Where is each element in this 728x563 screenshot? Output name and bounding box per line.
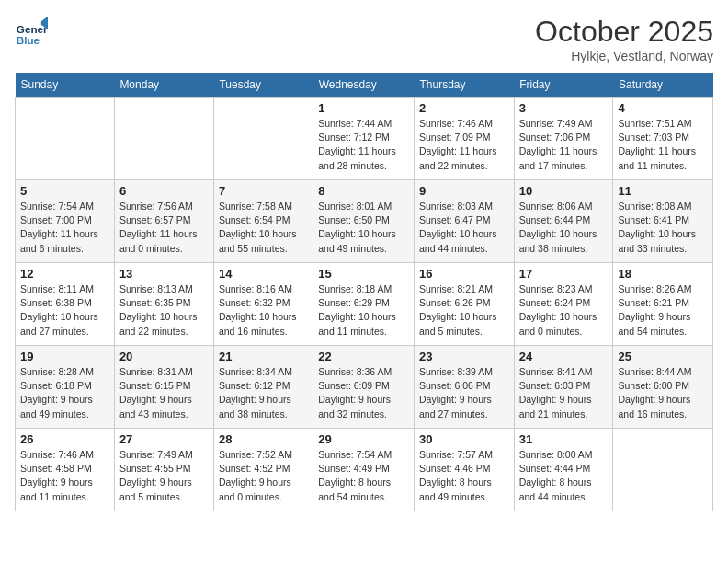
week-row-2: 5Sunrise: 7:54 AM Sunset: 7:00 PM Daylig… <box>16 180 713 263</box>
day-number: 3 <box>519 101 609 115</box>
day-info: Sunrise: 8:13 AM Sunset: 6:35 PM Dayligh… <box>119 282 209 339</box>
day-number: 15 <box>318 267 409 281</box>
day-info: Sunrise: 8:00 AM Sunset: 4:44 PM Dayligh… <box>519 448 609 504</box>
day-info: Sunrise: 7:46 AM Sunset: 4:58 PM Dayligh… <box>20 448 109 504</box>
calendar-cell: 20Sunrise: 8:31 AM Sunset: 6:15 PM Dayli… <box>114 346 213 429</box>
day-number: 7 <box>219 184 308 198</box>
location: Hylkje, Vestland, Norway <box>535 49 713 63</box>
day-info: Sunrise: 7:54 AM Sunset: 7:00 PM Dayligh… <box>20 200 109 256</box>
calendar-cell <box>213 98 313 180</box>
calendar-cell: 8Sunrise: 8:01 AM Sunset: 6:50 PM Daylig… <box>313 180 415 263</box>
calendar-cell: 21Sunrise: 8:34 AM Sunset: 6:12 PM Dayli… <box>213 346 313 429</box>
calendar-cell: 10Sunrise: 8:06 AM Sunset: 6:44 PM Dayli… <box>514 180 613 263</box>
day-info: Sunrise: 8:28 AM Sunset: 6:18 PM Dayligh… <box>20 365 109 421</box>
calendar-cell: 12Sunrise: 8:11 AM Sunset: 6:38 PM Dayli… <box>16 263 115 346</box>
calendar-cell: 2Sunrise: 7:46 AM Sunset: 7:09 PM Daylig… <box>414 98 514 180</box>
day-info: Sunrise: 8:16 AM Sunset: 6:32 PM Dayligh… <box>219 282 308 339</box>
calendar-cell: 26Sunrise: 7:46 AM Sunset: 4:58 PM Dayli… <box>16 429 115 511</box>
day-info: Sunrise: 7:56 AM Sunset: 6:57 PM Dayligh… <box>119 200 209 256</box>
calendar-cell: 22Sunrise: 8:36 AM Sunset: 6:09 PM Dayli… <box>313 346 415 429</box>
calendar-cell: 31Sunrise: 8:00 AM Sunset: 4:44 PM Dayli… <box>514 429 613 511</box>
day-number: 30 <box>419 432 509 446</box>
calendar-cell <box>16 98 115 180</box>
calendar-cell: 18Sunrise: 8:26 AM Sunset: 6:21 PM Dayli… <box>613 263 713 346</box>
calendar-cell: 28Sunrise: 7:52 AM Sunset: 4:52 PM Dayli… <box>213 429 313 511</box>
calendar-cell <box>613 429 713 511</box>
day-info: Sunrise: 7:51 AM Sunset: 7:03 PM Dayligh… <box>618 117 708 173</box>
day-info: Sunrise: 8:18 AM Sunset: 6:29 PM Dayligh… <box>318 282 409 339</box>
logo: General Blue <box>15 15 48 48</box>
weekday-header-row: SundayMondayTuesdayWednesdayThursdayFrid… <box>16 73 713 98</box>
day-info: Sunrise: 8:01 AM Sunset: 6:50 PM Dayligh… <box>318 200 409 256</box>
week-row-5: 26Sunrise: 7:46 AM Sunset: 4:58 PM Dayli… <box>16 429 713 511</box>
day-info: Sunrise: 7:58 AM Sunset: 6:54 PM Dayligh… <box>219 200 308 256</box>
day-info: Sunrise: 8:26 AM Sunset: 6:21 PM Dayligh… <box>618 282 708 339</box>
day-info: Sunrise: 8:31 AM Sunset: 6:15 PM Dayligh… <box>119 365 209 421</box>
weekday-header-friday: Friday <box>514 73 613 98</box>
day-info: Sunrise: 8:34 AM Sunset: 6:12 PM Dayligh… <box>219 365 308 421</box>
calendar-cell: 5Sunrise: 7:54 AM Sunset: 7:00 PM Daylig… <box>16 180 115 263</box>
day-number: 1 <box>318 101 409 115</box>
day-number: 19 <box>20 350 109 363</box>
day-info: Sunrise: 7:57 AM Sunset: 4:46 PM Dayligh… <box>419 448 509 504</box>
day-info: Sunrise: 7:49 AM Sunset: 7:06 PM Dayligh… <box>519 117 609 173</box>
day-number: 16 <box>419 267 509 281</box>
day-number: 13 <box>119 267 209 281</box>
weekday-header-wednesday: Wednesday <box>313 73 415 98</box>
title-block: October 2025 Hylkje, Vestland, Norway <box>535 15 713 63</box>
calendar-cell: 7Sunrise: 7:58 AM Sunset: 6:54 PM Daylig… <box>213 180 313 263</box>
calendar-cell: 3Sunrise: 7:49 AM Sunset: 7:06 PM Daylig… <box>514 98 613 180</box>
day-number: 24 <box>519 350 609 363</box>
day-number: 8 <box>318 184 409 198</box>
calendar-cell: 9Sunrise: 8:03 AM Sunset: 6:47 PM Daylig… <box>414 180 514 263</box>
day-number: 28 <box>219 432 308 446</box>
day-info: Sunrise: 7:46 AM Sunset: 7:09 PM Dayligh… <box>419 117 509 173</box>
weekday-header-monday: Monday <box>114 73 213 98</box>
day-number: 25 <box>618 350 708 363</box>
weekday-header-sunday: Sunday <box>16 73 115 98</box>
calendar-table: SundayMondayTuesdayWednesdayThursdayFrid… <box>15 73 713 511</box>
day-number: 29 <box>318 432 409 446</box>
day-info: Sunrise: 8:36 AM Sunset: 6:09 PM Dayligh… <box>318 365 409 421</box>
day-number: 20 <box>119 350 209 363</box>
calendar-cell: 6Sunrise: 7:56 AM Sunset: 6:57 PM Daylig… <box>114 180 213 263</box>
day-number: 5 <box>20 184 109 198</box>
day-number: 23 <box>419 350 509 363</box>
day-info: Sunrise: 7:44 AM Sunset: 7:12 PM Dayligh… <box>318 117 409 173</box>
day-number: 21 <box>219 350 308 363</box>
logo-icon: General Blue <box>15 15 48 48</box>
day-number: 4 <box>618 101 708 115</box>
day-info: Sunrise: 8:21 AM Sunset: 6:26 PM Dayligh… <box>419 282 509 339</box>
day-number: 6 <box>119 184 209 198</box>
day-number: 27 <box>119 432 209 446</box>
week-row-1: 1Sunrise: 7:44 AM Sunset: 7:12 PM Daylig… <box>16 98 713 180</box>
week-row-4: 19Sunrise: 8:28 AM Sunset: 6:18 PM Dayli… <box>16 346 713 429</box>
calendar-cell: 13Sunrise: 8:13 AM Sunset: 6:35 PM Dayli… <box>114 263 213 346</box>
day-info: Sunrise: 8:11 AM Sunset: 6:38 PM Dayligh… <box>20 282 109 339</box>
weekday-header-thursday: Thursday <box>414 73 514 98</box>
calendar-cell: 15Sunrise: 8:18 AM Sunset: 6:29 PM Dayli… <box>313 263 415 346</box>
month-title: October 2025 <box>535 15 713 49</box>
calendar-cell: 27Sunrise: 7:49 AM Sunset: 4:55 PM Dayli… <box>114 429 213 511</box>
calendar-cell: 23Sunrise: 8:39 AM Sunset: 6:06 PM Dayli… <box>414 346 514 429</box>
weekday-header-saturday: Saturday <box>613 73 713 98</box>
day-info: Sunrise: 8:08 AM Sunset: 6:41 PM Dayligh… <box>618 200 708 256</box>
calendar-cell: 4Sunrise: 7:51 AM Sunset: 7:03 PM Daylig… <box>613 98 713 180</box>
day-info: Sunrise: 8:39 AM Sunset: 6:06 PM Dayligh… <box>419 365 509 421</box>
day-info: Sunrise: 7:52 AM Sunset: 4:52 PM Dayligh… <box>219 448 308 504</box>
page-header: General Blue October 2025 Hylkje, Vestla… <box>15 15 713 63</box>
calendar-cell: 16Sunrise: 8:21 AM Sunset: 6:26 PM Dayli… <box>414 263 514 346</box>
day-number: 31 <box>519 432 609 446</box>
day-info: Sunrise: 8:06 AM Sunset: 6:44 PM Dayligh… <box>519 200 609 256</box>
day-info: Sunrise: 8:03 AM Sunset: 6:47 PM Dayligh… <box>419 200 509 256</box>
day-number: 12 <box>20 267 109 281</box>
day-info: Sunrise: 8:41 AM Sunset: 6:03 PM Dayligh… <box>519 365 609 421</box>
day-number: 2 <box>419 101 509 115</box>
weekday-header-tuesday: Tuesday <box>213 73 313 98</box>
day-number: 17 <box>519 267 609 281</box>
calendar-cell: 25Sunrise: 8:44 AM Sunset: 6:00 PM Dayli… <box>613 346 713 429</box>
day-number: 9 <box>419 184 509 198</box>
day-info: Sunrise: 7:49 AM Sunset: 4:55 PM Dayligh… <box>119 448 209 504</box>
day-number: 14 <box>219 267 308 281</box>
calendar-cell: 29Sunrise: 7:54 AM Sunset: 4:49 PM Dayli… <box>313 429 415 511</box>
